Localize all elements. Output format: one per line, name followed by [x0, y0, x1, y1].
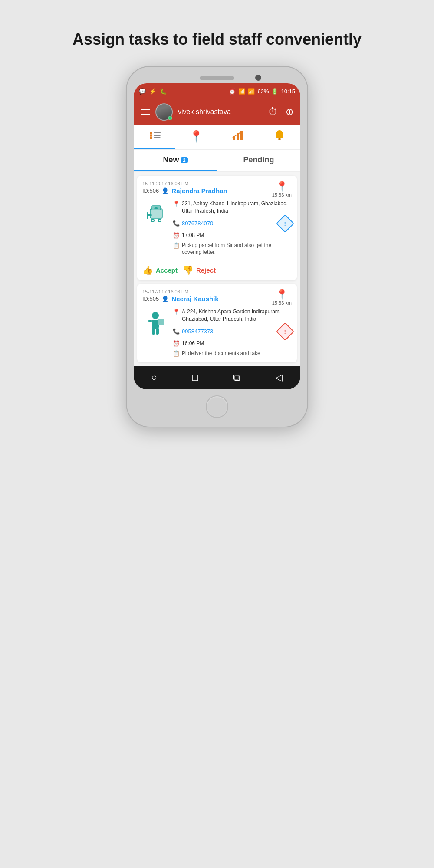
task-1-address-row: 📍 231, Abhay Khand-1 Indirapuram, Ghazia…: [173, 200, 292, 215]
overview-button[interactable]: ⧉: [233, 372, 240, 383]
task-2-warning-label: !: [284, 328, 286, 335]
tab-new[interactable]: New 2: [134, 150, 217, 171]
avatar-wrapper: [155, 103, 173, 121]
nav-tabs-row: 📍: [134, 125, 300, 150]
task-2-time-icon: ⏰: [173, 340, 180, 347]
nav-tab-notifications[interactable]: [259, 125, 300, 149]
battery-level: 62%: [257, 88, 269, 95]
task-2-phone-link[interactable]: 9958477373: [182, 328, 213, 335]
task-1-phone-link[interactable]: 8076784070: [182, 220, 213, 227]
task-list: 15-11-2017 16:08 PM ID:506 👤 Rajendra Pr…: [134, 172, 300, 366]
task-card-2: 15-11-2017 16:06 PM ID:505 👤 Neeraj Kaus…: [137, 284, 297, 362]
nav-tab-tasks[interactable]: [134, 125, 175, 149]
task-1-time-row: ⏰ 17:08 PM: [173, 232, 292, 239]
task-2-address-icon: 📍: [173, 309, 180, 315]
task-1-reject-label: Reject: [196, 266, 216, 274]
task-1-accept-label: Accept: [156, 266, 178, 274]
status-right: ⏰ 📶 📶 62% 🔋 10:15: [229, 88, 295, 95]
task-1-meta: 15-11-2017 16:08 PM ID:506 👤 Rajendra Pr…: [142, 181, 227, 194]
tab-pending[interactable]: Pending: [217, 150, 300, 171]
home-button[interactable]: ○: [151, 372, 157, 383]
task-card-1-header: 15-11-2017 16:08 PM ID:506 👤 Rajendra Pr…: [142, 181, 292, 197]
thumbs-down-icon: 👎: [183, 265, 194, 275]
map-tab-icon: 📍: [189, 130, 203, 143]
svg-rect-5: [154, 137, 161, 138]
app-header: vivek shrivastava ⏱ ⊕: [134, 99, 300, 125]
svg-point-2: [150, 137, 152, 139]
svg-rect-3: [154, 132, 161, 133]
nav-tab-stats[interactable]: [217, 125, 259, 149]
physical-home-button[interactable]: [206, 395, 228, 418]
clock-icon[interactable]: ⏱: [268, 106, 278, 118]
task-2-phone-icon: 📞: [173, 328, 180, 335]
task-1-location-badge: 📍 15.63 km: [272, 181, 292, 197]
task-1-id: ID:506: [142, 187, 159, 194]
task-2-note: Pl deliver the documents and take: [182, 350, 260, 357]
task-tabs: New 2 Pending: [134, 150, 300, 172]
phone-speaker: [200, 76, 234, 80]
task-2-id: ID:505: [142, 296, 159, 302]
task-1-id-row: ID:506 👤 Rajendra Pradhan: [142, 187, 227, 194]
task-1-time: 17:08 PM: [182, 232, 204, 238]
svg-rect-9: [278, 138, 281, 140]
task-1-time-icon: ⏰: [173, 232, 180, 239]
bottom-nav: ○ □ ⧉ ◁: [134, 366, 300, 389]
recents-button[interactable]: □: [192, 372, 198, 383]
alarm-icon: ⏰: [229, 88, 236, 95]
task-1-datetime: 15-11-2017 16:08 PM: [142, 181, 227, 186]
task-1-actions: 👍 Accept 👎 Reject: [142, 261, 292, 275]
task-1-accept-button[interactable]: 👍 Accept: [142, 265, 178, 275]
svg-rect-15: [147, 212, 148, 219]
user-name: vivek shrivastava: [178, 108, 231, 116]
status-left: 💬 ⚡ 🐛: [139, 88, 167, 95]
task-2-address-row: 📍 A-224, Krishna Apara Garden Indirapura…: [173, 308, 292, 323]
task-2-warning-diamond: !: [276, 322, 294, 341]
tab-pending-label: Pending: [243, 155, 274, 164]
status-bar: 💬 ⚡ 🐛 ⏰ 📶 📶 62% 🔋 10:15: [134, 83, 300, 99]
svg-rect-23: [152, 328, 155, 335]
task-1-location-pin: 📍: [276, 181, 288, 192]
task-1-phone-row: 📞 8076784070 !: [173, 217, 292, 230]
task-1-note-icon: 📋: [173, 242, 180, 249]
page-wrapper: Assign tasks to field staff conveniently…: [0, 17, 434, 868]
task-1-address: 231, Abhay Khand-1 Indirapuram, Ghaziaba…: [182, 200, 292, 215]
online-indicator: [168, 116, 172, 120]
svg-rect-24: [156, 328, 159, 335]
task-2-warning: !: [279, 325, 292, 338]
task-2-time-row: ⏰ 16:06 PM: [173, 340, 292, 347]
task-1-details: 📍 231, Abhay Khand-1 Indirapuram, Ghazia…: [173, 200, 292, 256]
target-icon[interactable]: ⊕: [286, 106, 293, 118]
svg-rect-8: [240, 131, 243, 140]
header-left: vivek shrivastava: [141, 103, 231, 121]
task-2-meta: 15-11-2017 16:06 PM ID:505 👤 Neeraj Kaus…: [142, 289, 219, 302]
task-2-time: 16:06 PM: [182, 340, 204, 346]
svg-rect-22: [158, 319, 164, 325]
task-1-reject-button[interactable]: 👎 Reject: [183, 265, 216, 275]
task-2-image: [142, 308, 168, 343]
back-button[interactable]: ◁: [275, 372, 283, 383]
phone-camera: [255, 75, 261, 81]
nav-tab-map[interactable]: 📍: [175, 125, 217, 149]
task-1-body: 📍 231, Abhay Khand-1 Indirapuram, Ghazia…: [142, 200, 292, 256]
wifi-icon: 📶: [238, 88, 245, 95]
svg-point-0: [150, 132, 152, 134]
task-card-1: 15-11-2017 16:08 PM ID:506 👤 Rajendra Pr…: [137, 176, 297, 280]
svg-point-1: [150, 134, 152, 137]
phone-top: [134, 74, 300, 80]
svg-rect-4: [154, 135, 161, 136]
time-display: 10:15: [281, 88, 295, 95]
task-1-warning-diamond: !: [276, 214, 294, 232]
svg-point-20: [152, 312, 159, 319]
page-headline: Assign tasks to field staff conveniently: [55, 30, 379, 49]
task-1-phone-icon: 📞: [173, 220, 180, 227]
usb-status-icon: ⚡: [149, 88, 156, 95]
task-2-location-badge: 📍 15.63 km: [272, 289, 292, 306]
phone-bottom: [134, 389, 300, 420]
phone-frame: 💬 ⚡ 🐛 ⏰ 📶 📶 62% 🔋 10:15: [126, 66, 308, 427]
svg-rect-25: [148, 320, 152, 322]
task-card-2-header: 15-11-2017 16:06 PM ID:505 👤 Neeraj Kaus…: [142, 289, 292, 306]
hamburger-menu[interactable]: [141, 109, 150, 115]
thumbs-up-icon: 👍: [142, 265, 153, 275]
task-2-datetime: 15-11-2017 16:06 PM: [142, 289, 219, 294]
battery-icon: 🔋: [271, 88, 278, 95]
